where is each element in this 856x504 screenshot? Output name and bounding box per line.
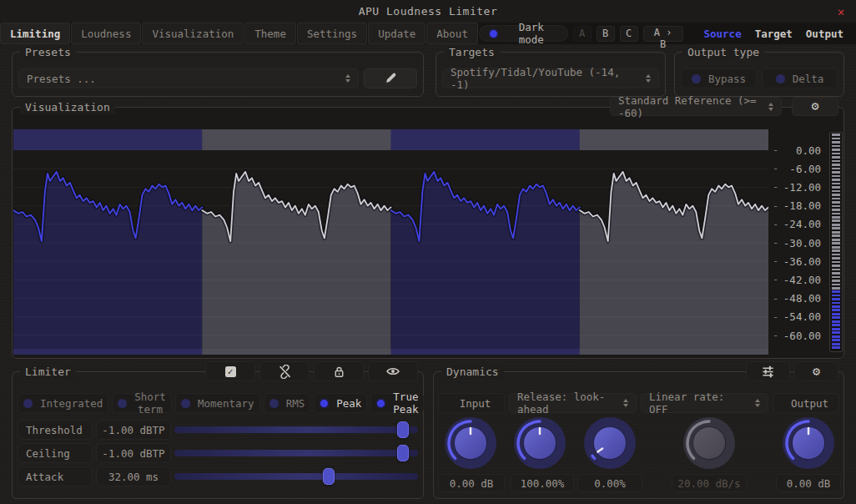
- edit-preset-button[interactable]: [364, 68, 417, 88]
- ceiling-label: Ceiling: [18, 443, 93, 463]
- linear-rate-value[interactable]: 20.00 dB/s: [672, 474, 747, 492]
- dark-mode-label: Dark mode: [505, 21, 558, 46]
- peak-toggle[interactable]: Peak: [314, 393, 367, 413]
- linear-rate-dropdown[interactable]: Linear rate: OFF: [641, 393, 768, 413]
- release-amount-knob[interactable]: [511, 414, 569, 472]
- axis-tick: --54.00: [768, 310, 823, 324]
- tab-visualization[interactable]: Visualization: [142, 23, 244, 44]
- toggle-dot-icon: [181, 399, 190, 408]
- ab-state-a-button[interactable]: A: [573, 26, 592, 42]
- plugin-window: APU Loudness Limiter ✕ Limiting Loudness…: [0, 0, 856, 504]
- slider-handle[interactable]: [397, 421, 409, 438]
- axis-tick: --6.00: [768, 162, 823, 175]
- lock-icon: [332, 365, 346, 379]
- axis-tick: --24.00: [768, 218, 823, 231]
- bypass-label: Bypass: [708, 73, 746, 85]
- momentary-toggle[interactable]: Momentary: [175, 393, 260, 413]
- dynamics-settings-button[interactable]: ⚙: [794, 361, 838, 381]
- pencil-icon: [384, 72, 397, 85]
- input-gain-value[interactable]: 0.00 dB: [438, 474, 505, 492]
- ceiling-slider[interactable]: [174, 443, 418, 463]
- tab-bar: Limiting Loudness Visualization Theme Se…: [0, 23, 856, 44]
- unlink-channels-button[interactable]: [259, 361, 310, 381]
- ab-copy-a-to-b-button[interactable]: A › B: [643, 26, 683, 42]
- rms-toggle[interactable]: RMS: [264, 393, 311, 413]
- threshold-row: Threshold -1.00 dBTP: [18, 420, 418, 440]
- threshold-slider[interactable]: [174, 420, 418, 440]
- true-peak-toggle[interactable]: True Peak: [370, 393, 424, 413]
- loudness-plot: -0.00--6.00--12.00--18.00--24.00--30.00-…: [13, 129, 843, 356]
- lock-button[interactable]: [314, 361, 364, 381]
- slider-handle[interactable]: [323, 468, 335, 485]
- visualization-settings-button[interactable]: ⚙: [792, 97, 838, 116]
- visualization-legend: Visualization: [20, 100, 115, 114]
- output-gain-knob[interactable]: [779, 414, 838, 472]
- meter-tab-output[interactable]: Output: [802, 28, 848, 40]
- ab-state-c-button[interactable]: C: [620, 26, 638, 42]
- meter-tab-source[interactable]: Source: [700, 28, 746, 40]
- presets-legend: Presets: [20, 45, 76, 59]
- reference-dropdown[interactable]: Standard Reference (>= -60): [610, 97, 782, 116]
- linear-rate-knob[interactable]: [680, 414, 738, 472]
- integrated-toggle[interactable]: Integrated: [18, 393, 108, 413]
- tune-icon: [761, 365, 775, 379]
- targets-dropdown[interactable]: Spotify/Tidal/YouTube (-14, -1): [442, 68, 659, 88]
- input-group-label: Input: [438, 393, 505, 413]
- toggle-dot-icon: [23, 399, 33, 408]
- targets-dropdown-value: Spotify/Tidal/YouTube (-14, -1): [451, 66, 639, 91]
- slider-handle[interactable]: [397, 445, 409, 461]
- tab-about[interactable]: About: [426, 23, 478, 44]
- output-gain-value[interactable]: 0.00 dB: [776, 474, 841, 492]
- axis-tick: --42.00: [768, 273, 823, 286]
- input-gain-knob[interactable]: [441, 414, 500, 472]
- reference-dropdown-value: Standard Reference (>= -60): [618, 94, 762, 119]
- gear-icon: ⚙: [813, 365, 820, 378]
- limiter-enable-button[interactable]: ✓: [205, 361, 255, 381]
- close-button[interactable]: ✕: [833, 3, 849, 20]
- tab-limiting[interactable]: Limiting: [0, 23, 70, 44]
- tab-settings[interactable]: Settings: [297, 23, 367, 44]
- meter-blue-segment: [832, 290, 840, 350]
- ab-state-b-button[interactable]: B: [597, 26, 615, 42]
- tab-theme[interactable]: Theme: [244, 23, 296, 44]
- release-percent-knob[interactable]: [581, 414, 639, 472]
- axis-tick: --60.00: [768, 329, 823, 342]
- slider-track[interactable]: [174, 426, 418, 433]
- gear-icon: ⚙: [811, 100, 818, 113]
- presets-section: Presets Presets ...: [12, 52, 424, 97]
- bypass-toggle[interactable]: Bypass: [681, 68, 757, 88]
- dark-mode-toggle[interactable]: Dark mode: [479, 25, 568, 42]
- attack-slider[interactable]: [174, 466, 418, 486]
- updown-arrows-icon: [623, 399, 628, 407]
- threshold-value[interactable]: -1.00 dBTP: [96, 420, 171, 440]
- attack-label: Attack: [18, 466, 93, 486]
- delta-label: Delta: [793, 73, 824, 85]
- short-term-toggle[interactable]: Short term: [112, 393, 172, 413]
- attack-value[interactable]: 32.00 ms: [96, 466, 171, 486]
- loudness-mode-toggles: Integrated Short term Momentary RMS Peak…: [18, 393, 418, 413]
- ceiling-value[interactable]: -1.00 dBTP: [96, 443, 171, 463]
- dynamics-section: Dynamics ⚙ Input Release: look-ahead Lin…: [433, 371, 844, 499]
- slider-track[interactable]: [174, 450, 418, 456]
- integrated-label: Integrated: [40, 397, 103, 410]
- ceiling-row: Ceiling -1.00 dBTP: [18, 443, 418, 463]
- visibility-button[interactable]: [368, 361, 418, 381]
- presets-dropdown-value: Presets ...: [27, 73, 96, 85]
- tab-update[interactable]: Update: [368, 23, 425, 44]
- release-mode-dropdown[interactable]: Release: look-ahead: [509, 393, 637, 413]
- slider-track[interactable]: [174, 473, 418, 480]
- axis-tick: --48.00: [768, 292, 823, 305]
- delta-toggle[interactable]: Delta: [762, 68, 838, 88]
- presets-dropdown[interactable]: Presets ...: [18, 68, 359, 88]
- level-meter-strip: [829, 132, 843, 352]
- release-mode-value: Release: look-ahead: [517, 391, 617, 416]
- release-amount-value[interactable]: 100.00%: [511, 474, 574, 492]
- dynamics-tune-button[interactable]: [746, 361, 790, 381]
- toggle-dot-icon: [320, 399, 329, 408]
- link-off-icon: [278, 365, 292, 379]
- release-percent-value[interactable]: 0.00%: [577, 474, 642, 492]
- dynamics-legend: Dynamics: [441, 365, 504, 379]
- tab-loudness[interactable]: Loudness: [71, 23, 141, 44]
- meter-tab-target[interactable]: Target: [751, 28, 797, 40]
- updown-arrows-icon: [768, 103, 773, 111]
